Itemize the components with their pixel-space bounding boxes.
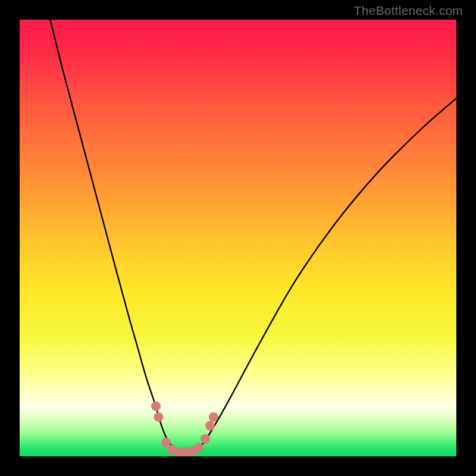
highlight-dot: [161, 438, 171, 447]
highlight-dot: [194, 443, 203, 452]
watermark-text: TheBottleneck.com: [354, 4, 463, 18]
highlight-dot: [209, 412, 218, 422]
bottleneck-curve: [50, 20, 456, 452]
plot-area: [20, 20, 456, 456]
highlight-dot: [201, 434, 210, 444]
highlight-dot: [154, 412, 163, 422]
curve-highlight-dots: [151, 402, 218, 456]
chart-frame: TheBottleneck.com: [0, 0, 476, 476]
highlight-dot: [205, 421, 215, 431]
highlight-dot: [151, 402, 161, 411]
curve-layer: [20, 20, 456, 456]
